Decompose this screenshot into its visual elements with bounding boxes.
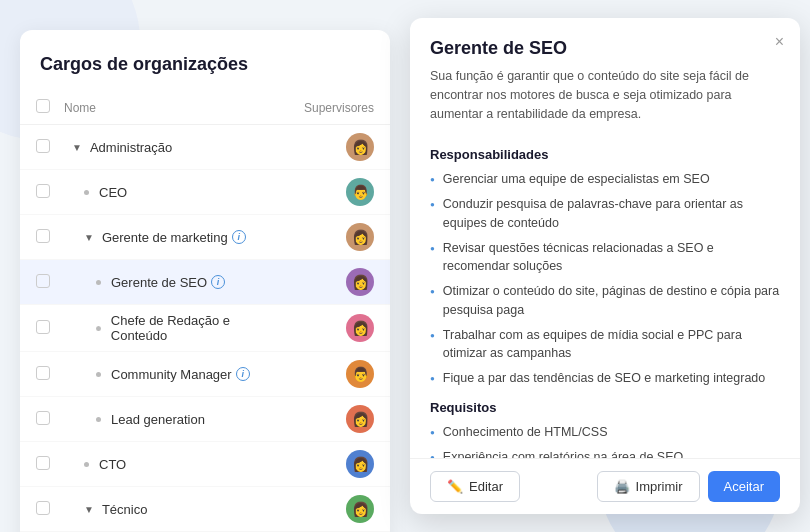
- footer-right-buttons: 🖨️ Imprimir Aceitar: [597, 471, 780, 502]
- list-item: Otimizar o conteúdo do site, páginas de …: [430, 282, 780, 320]
- row-name: Community Manager i: [64, 367, 284, 382]
- row-checkbox[interactable]: [36, 501, 50, 515]
- table-row[interactable]: ▼ Administração 👩: [20, 125, 390, 170]
- row-checkbox[interactable]: [36, 366, 50, 380]
- row-dot: [96, 372, 101, 377]
- table-row[interactable]: Lead generation 👩: [20, 397, 390, 442]
- row-dot: [84, 190, 89, 195]
- row-dot: [96, 417, 101, 422]
- avatar: 👩: [346, 223, 374, 251]
- info-icon[interactable]: i: [236, 367, 250, 381]
- row-dot: [84, 462, 89, 467]
- header-checkbox[interactable]: [36, 99, 50, 113]
- row-checkbox[interactable]: [36, 320, 50, 334]
- edit-button[interactable]: ✏️ Editar: [430, 471, 520, 502]
- avatar: 👨: [346, 360, 374, 388]
- expand-arrow[interactable]: ▼: [84, 504, 94, 515]
- avatar: 👩: [346, 268, 374, 296]
- avatar: 👩: [346, 314, 374, 342]
- table-row[interactable]: CTO 👩: [20, 442, 390, 487]
- modal-close-button[interactable]: ×: [775, 34, 784, 50]
- row-checkbox[interactable]: [36, 184, 50, 198]
- table-header: Nome Supervisores: [20, 91, 390, 125]
- section-title-requisitos: Requisitos: [430, 400, 780, 415]
- list-item: Trabalhar com as equipes de mídia social…: [430, 326, 780, 364]
- avatar: 👩: [346, 495, 374, 523]
- table-row[interactable]: Chefe de Redação e Conteúdo 👩: [20, 305, 390, 352]
- accept-button[interactable]: Aceitar: [708, 471, 780, 502]
- edit-icon: ✏️: [447, 479, 463, 494]
- info-icon[interactable]: i: [232, 230, 246, 244]
- info-icon[interactable]: i: [211, 275, 225, 289]
- modal-description: Sua função é garantir que o conteúdo do …: [430, 67, 780, 123]
- modal-title: Gerente de SEO: [430, 38, 780, 59]
- row-name: ▼ Técnico: [64, 502, 284, 517]
- table-row-active[interactable]: Gerente de SEO i 👩: [20, 260, 390, 305]
- avatar: 👩: [346, 133, 374, 161]
- row-checkbox[interactable]: [36, 229, 50, 243]
- print-button[interactable]: 🖨️ Imprimir: [597, 471, 700, 502]
- row-name: Gerente de SEO i: [64, 275, 284, 290]
- row-dot: [96, 326, 101, 331]
- expand-arrow[interactable]: ▼: [84, 232, 94, 243]
- print-icon: 🖨️: [614, 479, 630, 494]
- header-name: Nome: [64, 101, 284, 115]
- avatar: 👩: [346, 450, 374, 478]
- list-item: Experiência com relatórios na área de SE…: [430, 448, 780, 459]
- avatar: 👨: [346, 178, 374, 206]
- list-item: Gerenciar uma equipe de especialistas em…: [430, 170, 780, 189]
- row-name: ▼ Gerente de marketing i: [64, 230, 284, 245]
- table-row[interactable]: Community Manager i 👨: [20, 352, 390, 397]
- header-supervisors: Supervisores: [284, 101, 374, 115]
- row-name: CEO: [64, 185, 284, 200]
- modal-panel: Gerente de SEO Sua função é garantir que…: [410, 18, 800, 514]
- row-name: ▼ Administração: [64, 140, 284, 155]
- row-checkbox[interactable]: [36, 411, 50, 425]
- table-row[interactable]: ▼ Técnico 👩: [20, 487, 390, 532]
- expand-arrow[interactable]: ▼: [72, 142, 82, 153]
- avatar: 👩: [346, 405, 374, 433]
- row-checkbox[interactable]: [36, 456, 50, 470]
- list-item: Conhecimento de HTML/CSS: [430, 423, 780, 442]
- row-name: CTO: [64, 457, 284, 472]
- row-checkbox[interactable]: [36, 139, 50, 153]
- modal-header: Gerente de SEO Sua função é garantir que…: [410, 18, 800, 135]
- list-item: Conduzir pesquisa de palavras-chave para…: [430, 195, 780, 233]
- panel-title: Cargos de organizações: [20, 54, 390, 91]
- list-item: Fique a par das tendências de SEO e mark…: [430, 369, 780, 388]
- modal-footer: ✏️ Editar 🖨️ Imprimir Aceitar: [410, 458, 800, 514]
- section-title-responsabilidades: Responsabilidades: [430, 147, 780, 162]
- row-name: Chefe de Redação e Conteúdo: [64, 313, 284, 343]
- table-row[interactable]: ▼ Gerente de marketing i 👩: [20, 215, 390, 260]
- left-panel: Cargos de organizações Nome Supervisores…: [20, 30, 390, 532]
- row-name: Lead generation: [64, 412, 284, 427]
- responsibilities-list: Gerenciar uma equipe de especialistas em…: [430, 170, 780, 388]
- row-checkbox[interactable]: [36, 274, 50, 288]
- row-dot: [96, 280, 101, 285]
- list-item: Revisar questões técnicas relacionadas a…: [430, 239, 780, 277]
- modal-body: Responsabilidades Gerenciar uma equipe d…: [410, 135, 800, 458]
- table-row[interactable]: CEO 👨: [20, 170, 390, 215]
- requirements-list: Conhecimento de HTML/CSS Experiência com…: [430, 423, 780, 458]
